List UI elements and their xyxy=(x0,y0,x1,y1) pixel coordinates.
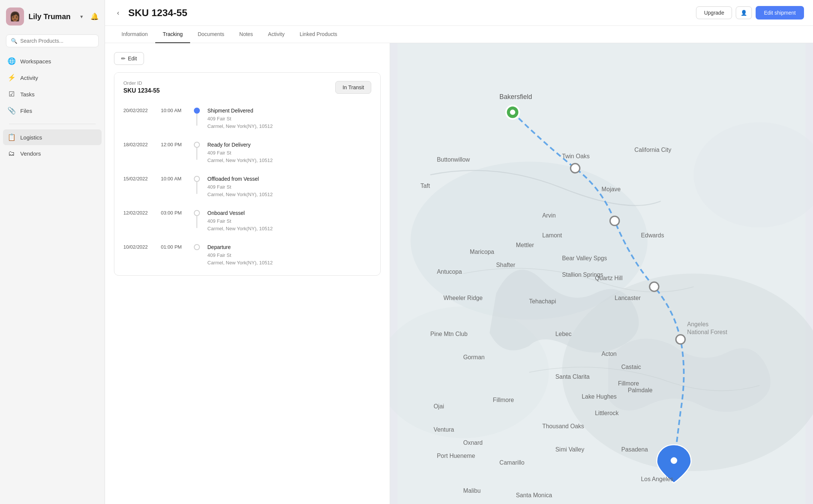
files-icon: 📎 xyxy=(8,106,16,115)
edit-shipment-button[interactable]: Edit shipment xyxy=(756,6,804,20)
search-icon: 🔍 xyxy=(11,38,17,44)
svg-text:California City: California City xyxy=(634,147,671,153)
order-card: Order ID SKU 1234-55 In Transit 20/02/20… xyxy=(114,72,381,276)
timeline-address: 409 Fair St Carmel, New York(NY), 10512 xyxy=(207,252,371,266)
sidebar-item-tasks[interactable]: ☑ Tasks xyxy=(3,86,102,102)
tab-information[interactable]: Information xyxy=(114,26,155,43)
svg-text:Castaic: Castaic xyxy=(621,364,641,370)
sidebar-item-workspaces[interactable]: 🌐 Workspaces xyxy=(3,53,102,69)
svg-text:Bear Valley Spgs: Bear Valley Spgs xyxy=(562,255,607,261)
divider xyxy=(9,124,96,124)
upgrade-button[interactable]: Upgrade xyxy=(696,6,732,19)
sidebar-item-label: Workspaces xyxy=(20,58,51,64)
svg-text:Ventura: Ventura xyxy=(434,426,454,433)
sidebar-item-files[interactable]: 📎 Files xyxy=(3,103,102,118)
svg-text:Fillmore: Fillmore xyxy=(493,397,514,403)
user-profile[interactable]: 👩🏾 Lily Truman ▾ 🔔 xyxy=(0,0,105,33)
timeline-line xyxy=(196,182,197,194)
svg-point-10 xyxy=(676,335,685,344)
svg-text:Thousand Oaks: Thousand Oaks xyxy=(542,423,584,429)
logistics-icon: 📋 xyxy=(8,133,16,141)
sidebar-item-logistics[interactable]: 📋 Logistics xyxy=(3,129,102,145)
chevron-down-icon: ▾ xyxy=(80,14,83,20)
notifications-icon[interactable]: 🔔 xyxy=(90,12,99,21)
timeline-date: 20/02/2022 xyxy=(123,108,161,113)
edit-button[interactable]: ✏ Edit xyxy=(114,52,144,65)
timeline-item: 15/02/2022 10:00 AM Offloaded from Vesse… xyxy=(123,170,371,204)
search-bar[interactable]: 🔍 xyxy=(6,34,99,47)
sidebar-nav: 🌐 Workspaces ⚡ Activity ☑ Tasks 📎 Files … xyxy=(0,53,105,161)
svg-text:Buttonwillow: Buttonwillow xyxy=(437,156,470,163)
sidebar-item-label: Activity xyxy=(20,75,38,81)
order-id-label: Order ID xyxy=(123,80,160,86)
svg-text:Ojai: Ojai xyxy=(434,403,444,410)
timeline-content: Shipment Delivered 409 Fair St Carmel, N… xyxy=(203,108,371,130)
svg-point-12 xyxy=(670,457,677,464)
sidebar-item-activity[interactable]: ⚡ Activity xyxy=(3,70,102,86)
svg-point-9 xyxy=(650,282,659,291)
svg-text:Wheeler Ridge: Wheeler Ridge xyxy=(444,295,483,301)
timeline-line xyxy=(196,148,197,160)
svg-text:Santa Monica: Santa Monica xyxy=(516,492,552,498)
svg-point-7 xyxy=(570,164,580,173)
pencil-icon: ✏ xyxy=(121,56,126,62)
timeline-item: 10/02/2022 01:00 PM Departure 409 Fair S… xyxy=(123,238,371,272)
sidebar-item-vendors[interactable]: 🗂 Vendors xyxy=(3,146,102,161)
svg-text:Mojave: Mojave xyxy=(602,186,621,192)
tab-documents[interactable]: Documents xyxy=(190,26,232,43)
svg-text:Arvin: Arvin xyxy=(542,212,556,219)
user-menu-button[interactable]: 👤 xyxy=(736,6,752,19)
svg-text:Stallion Springs: Stallion Springs xyxy=(562,272,603,278)
sidebar-item-label: Tasks xyxy=(20,91,34,98)
timeline-event: Departure xyxy=(207,244,371,250)
sidebar-item-label: Logistics xyxy=(20,134,42,141)
tasks-icon: ☑ xyxy=(8,90,16,98)
timeline-date: 15/02/2022 xyxy=(123,176,161,182)
svg-text:Lamont: Lamont xyxy=(542,232,562,238)
tabs: Information Tracking Documents Notes Act… xyxy=(105,26,813,43)
timeline-event: Onboard Vessel xyxy=(207,210,371,216)
user-name: Lily Truman xyxy=(28,12,74,21)
activity-icon: ⚡ xyxy=(8,74,16,82)
svg-text:Gorman: Gorman xyxy=(463,354,484,360)
timeline-dot xyxy=(194,210,200,216)
search-input[interactable] xyxy=(20,38,94,44)
timeline-date: 12/02/2022 xyxy=(123,210,161,216)
svg-text:Littlerock: Littlerock xyxy=(595,410,618,416)
svg-text:Lebec: Lebec xyxy=(555,331,572,337)
timeline-dot-container xyxy=(191,142,203,148)
timeline-event: Ready for Delivery xyxy=(207,142,371,148)
svg-text:Lancaster: Lancaster xyxy=(615,295,640,301)
timeline-dot-container xyxy=(191,176,203,182)
svg-text:Palmdale: Palmdale xyxy=(628,387,652,393)
order-id-section: Order ID SKU 1234-55 xyxy=(123,80,160,94)
timeline-time: 10:00 AM xyxy=(161,176,191,182)
svg-point-8 xyxy=(610,216,620,226)
svg-text:Los Angeles: Los Angeles xyxy=(641,476,673,482)
header: ‹ SKU 1234-55 Upgrade 👤 Edit shipment xyxy=(105,0,813,26)
timeline-event: Offloaded from Vessel xyxy=(207,176,371,182)
timeline-address: 409 Fair St Carmel, New York(NY), 10512 xyxy=(207,149,371,164)
tab-linked-products[interactable]: Linked Products xyxy=(292,26,345,43)
timeline-line xyxy=(196,114,197,126)
sidebar: 👩🏾 Lily Truman ▾ 🔔 🔍 🌐 Workspaces ⚡ Acti… xyxy=(0,0,105,504)
svg-text:Taft: Taft xyxy=(420,183,430,189)
tab-notes[interactable]: Notes xyxy=(232,26,261,43)
tab-tracking[interactable]: Tracking xyxy=(155,26,190,43)
timeline-item: 20/02/2022 10:00 AM Shipment Delivered 4… xyxy=(123,102,371,136)
svg-text:Pasadena: Pasadena xyxy=(621,446,648,453)
svg-text:Mettler: Mettler xyxy=(516,242,534,248)
sidebar-item-label: Vendors xyxy=(20,150,41,157)
svg-text:Shafter: Shafter xyxy=(496,262,515,268)
tab-activity[interactable]: Activity xyxy=(261,26,292,43)
svg-text:Pine Mtn Club: Pine Mtn Club xyxy=(430,331,468,337)
timeline-date: 18/02/2022 xyxy=(123,142,161,147)
avatar: 👩🏾 xyxy=(6,8,24,26)
timeline-item: 18/02/2022 12:00 PM Ready for Delivery 4… xyxy=(123,136,371,170)
timeline-address: 409 Fair St Carmel, New York(NY), 10512 xyxy=(207,115,371,130)
back-button[interactable]: ‹ xyxy=(114,8,122,18)
timeline-event: Shipment Delivered xyxy=(207,108,371,114)
svg-text:Oxnard: Oxnard xyxy=(463,440,483,446)
svg-text:Bakersfield: Bakersfield xyxy=(500,93,532,100)
svg-text:Port Hueneme: Port Hueneme xyxy=(437,453,475,459)
